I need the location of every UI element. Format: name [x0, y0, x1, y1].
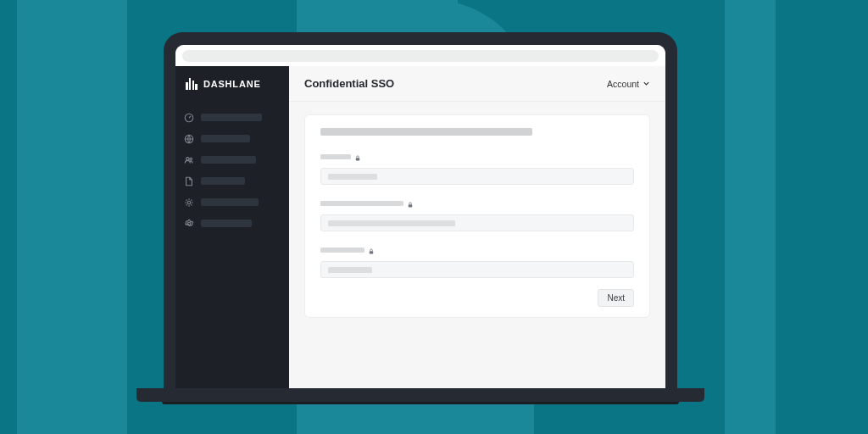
- chevron-down-icon: [643, 79, 650, 89]
- users-icon: [184, 155, 194, 165]
- text-input-1[interactable]: [320, 214, 634, 231]
- svg-point-2: [186, 157, 189, 159]
- account-menu[interactable]: Account: [607, 79, 650, 89]
- brand-name: DASHLANE: [203, 79, 261, 89]
- svg-rect-8: [370, 251, 374, 253]
- sidebar-item-3[interactable]: [184, 174, 281, 188]
- dashlane-logo-icon: [186, 77, 198, 90]
- next-button[interactable]: Next: [598, 289, 634, 307]
- card-title: [320, 128, 532, 136]
- brand-logo[interactable]: DASHLANE: [175, 66, 289, 102]
- field-label: [320, 201, 403, 206]
- cog-icon: [184, 219, 194, 229]
- form-field-0: [320, 149, 634, 185]
- text-input-2[interactable]: [320, 261, 634, 278]
- sidebar-item-label: [201, 135, 250, 142]
- svg-point-3: [190, 158, 192, 160]
- sidebar-item-5[interactable]: [184, 216, 281, 231]
- browser-chrome: [175, 45, 665, 66]
- sidebar-nav: [175, 102, 289, 231]
- sidebar-item-label: [201, 177, 245, 185]
- url-bar[interactable]: [182, 50, 659, 62]
- setup-card: Next: [304, 114, 650, 318]
- sidebar-item-4[interactable]: [184, 195, 281, 209]
- lock-icon: [369, 242, 374, 258]
- form-field-2: [320, 242, 634, 278]
- main-content: Confidential SSO Account: [289, 66, 665, 388]
- page-title: Confidential SSO: [304, 77, 394, 90]
- sidebar-item-1[interactable]: [184, 131, 281, 146]
- laptop-frame: DASHLANE: [164, 32, 704, 402]
- svg-rect-7: [409, 204, 413, 207]
- sidebar-item-label: [201, 114, 262, 121]
- account-label: Account: [607, 79, 639, 89]
- svg-point-4: [187, 201, 190, 203]
- sidebar-item-0[interactable]: [184, 110, 281, 125]
- sidebar-item-label: [201, 198, 259, 206]
- sidebar-item-2[interactable]: [184, 153, 281, 167]
- field-label: [320, 248, 364, 253]
- svg-rect-6: [356, 158, 360, 160]
- sidebar-item-label: [201, 156, 256, 164]
- gear-icon: [184, 198, 194, 208]
- text-input-0[interactable]: [320, 168, 634, 185]
- form-field-1: [320, 196, 634, 231]
- lock-icon: [408, 196, 413, 211]
- page-header: Confidential SSO Account: [289, 66, 665, 102]
- gauge-icon: [184, 113, 194, 123]
- sidebar-item-label: [201, 220, 252, 227]
- globe-icon: [184, 134, 194, 144]
- file-icon: [184, 176, 194, 186]
- laptop-base: [136, 388, 704, 402]
- sidebar: DASHLANE: [175, 66, 289, 388]
- lock-icon: [355, 149, 360, 164]
- field-label: [320, 154, 351, 159]
